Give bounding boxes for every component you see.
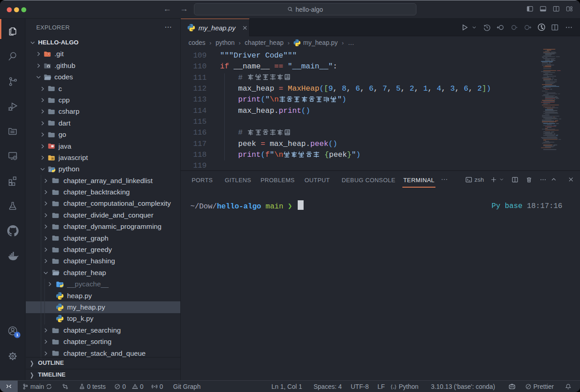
svg-text:{: { xyxy=(391,383,392,390)
svg-text:JS: JS xyxy=(51,157,53,160)
svg-text:}: } xyxy=(395,383,396,390)
